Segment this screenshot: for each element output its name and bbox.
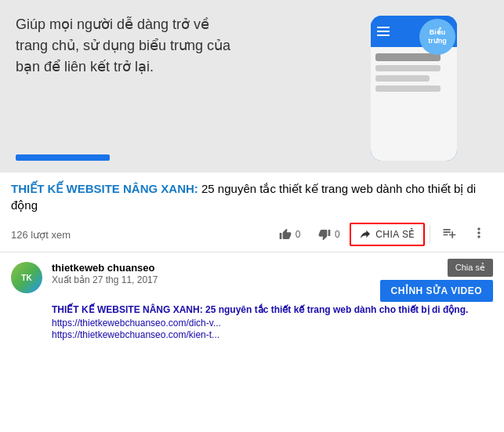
more-icon	[471, 225, 487, 241]
divider	[430, 225, 430, 244]
share-tooltip: Chia sẻ	[448, 259, 493, 277]
desc-link-2[interactable]: https://thietkewebchuanseo.com/kien-t...	[52, 329, 493, 340]
view-count: 126 lượt xem	[11, 229, 271, 241]
like-button[interactable]: 0	[271, 223, 309, 245]
video-title-area: THIẾT KẾ WEBSITE NÂNG XANH: 25 nguyên tắ…	[0, 172, 504, 217]
avatar[interactable]: TK	[11, 262, 42, 293]
tooltip-area: Chia sẻ CHỈNH SỬA VIDEO	[380, 259, 493, 302]
add-to-playlist-button[interactable]	[435, 222, 463, 247]
phone-line-3	[375, 75, 430, 82]
phone-line-4	[375, 85, 441, 92]
share-label: CHIA SẺ	[375, 229, 415, 240]
phone-line-2	[375, 65, 441, 71]
video-title: THIẾT KẾ WEBSITE NÂNG XANH: 25 nguyên tắ…	[11, 180, 493, 213]
avatar-image: TK	[11, 262, 42, 293]
video-thumbnail: Giúp mọi người dễ dàng trở về trang chủ,…	[0, 0, 504, 172]
phone-badge: Biểu trưng	[419, 19, 455, 55]
more-options-button[interactable]	[465, 222, 493, 247]
video-title-highlight: THIẾT KẾ WEBSITE NÂNG XANH:	[11, 182, 198, 195]
desc-title: THIẾT KẾ WEBSITE NÂNG XANH: 25 nguyên tắ…	[52, 304, 493, 315]
thumbs-up-icon	[279, 228, 292, 241]
channel-row: TK thietkeweb chuanseo Xuất bản 27 thg 1…	[0, 252, 504, 303]
thumbnail-text: Giúp mọi người dễ dàng trở về trang chủ,…	[16, 14, 235, 78]
share-button[interactable]: CHIA SẺ	[350, 223, 425, 246]
dislike-button[interactable]: 0	[310, 223, 348, 245]
hamburger-icon	[377, 27, 390, 36]
dislike-count: 0	[335, 229, 340, 240]
add-playlist-icon	[441, 225, 457, 241]
phone-line-1	[375, 53, 441, 61]
phone-body	[371, 47, 457, 161]
like-count: 0	[296, 229, 301, 240]
action-buttons: 0 0 CHIA SẺ	[271, 222, 493, 247]
share-icon	[359, 228, 372, 241]
stats-row: 126 lượt xem 0 0 CHIA SẺ	[0, 217, 504, 252]
edit-video-button[interactable]: CHỈNH SỬA VIDEO	[380, 280, 493, 302]
desc-link-1[interactable]: https://thietkewebchuanseo.com/dich-v...	[52, 318, 493, 329]
video-description: THIẾT KẾ WEBSITE NÂNG XANH: 25 nguyên tắ…	[0, 303, 504, 350]
thumbs-down-icon	[318, 228, 331, 241]
phone-bottom-bar	[16, 154, 110, 161]
